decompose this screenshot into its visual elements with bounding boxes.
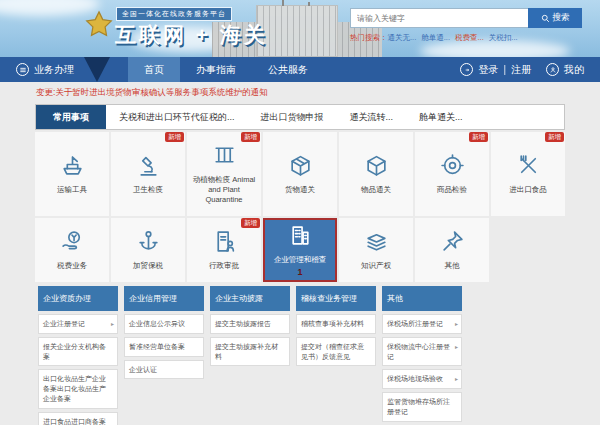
- new-badge: 新增: [241, 218, 260, 228]
- panel-link-label: 保税物流中心注册登记: [387, 343, 450, 360]
- panel-link[interactable]: 提交主动披露报告: [210, 314, 290, 334]
- site-header: 全国一体化在线政务服务平台 互联网 + 海关 搜索 热门搜索：通关无...舱单通…: [0, 0, 600, 57]
- microscope-icon: [136, 153, 161, 182]
- panel-header[interactable]: 企业主动披露: [210, 286, 290, 311]
- panel-link[interactable]: 进口食品进口商备案: [38, 412, 118, 425]
- tile-label: 其他: [445, 261, 460, 271]
- category-tab[interactable]: 关税和进出口环节代征税的...: [106, 111, 248, 124]
- new-badge: 新增: [469, 132, 488, 142]
- search-input[interactable]: [350, 8, 528, 28]
- hot-search-link[interactable]: 关税扣...: [489, 33, 518, 42]
- nav-tab-办事指南[interactable]: 办事指南: [180, 57, 252, 82]
- panel-link[interactable]: 提交主动披露补充材料: [210, 337, 290, 367]
- category-tab[interactable]: 通关流转...: [337, 111, 407, 124]
- platform-badge: 全国一体化在线政务服务平台: [116, 7, 232, 21]
- panel-header[interactable]: 企业信用管理: [124, 286, 204, 311]
- service-tile[interactable]: 货物通关: [263, 132, 337, 216]
- panel-link[interactable]: 企业注册登记▸: [38, 314, 118, 334]
- panel-link[interactable]: 保税物流中心注册登记▸: [382, 337, 462, 367]
- register-link[interactable]: 注册: [511, 63, 531, 77]
- panel-link-label: 稽核查事项补充材料: [301, 320, 364, 327]
- login-icon: [460, 63, 473, 76]
- category-tab[interactable]: 进出口货物申报: [248, 111, 337, 124]
- service-tile[interactable]: 税费业务: [35, 218, 109, 282]
- hot-search-label: 热门搜索：: [350, 33, 388, 42]
- panel-header[interactable]: 其他: [382, 286, 462, 311]
- service-tile[interactable]: 知识产权: [339, 218, 413, 282]
- panel-link-label: 暂准经营单位备案: [129, 343, 185, 350]
- inspection-eye-icon: [440, 153, 465, 182]
- service-icon-grid: 运输工具卫生检疫新增动植物检疫 Animal and Plant Quarant…: [35, 132, 565, 282]
- building-image: [282, 0, 284, 6]
- service-tile[interactable]: 卫生检疫新增: [111, 132, 185, 216]
- service-tile[interactable]: 企业管理和稽查1: [263, 218, 337, 282]
- search-icon: [541, 14, 550, 23]
- panel-link[interactable]: 企业信息公示异议: [124, 314, 204, 334]
- panel-link[interactable]: 企业认证: [124, 360, 204, 380]
- tile-label: 卫生检疫: [133, 185, 163, 195]
- business-menu-label: 业务办理: [34, 63, 74, 77]
- service-tile[interactable]: 进出口食品新增: [491, 132, 565, 216]
- service-tile[interactable]: 行政审批新增: [187, 218, 261, 282]
- panel-link[interactable]: 暂准经营单位备案: [124, 337, 204, 357]
- service-tile[interactable]: 运输工具: [35, 132, 109, 216]
- search-button[interactable]: 搜索: [528, 8, 582, 28]
- panel-link-label: 提交主动披露补充材料: [215, 343, 278, 360]
- link-panel: 企业资质办理企业注册登记▸报关企业分支机构备案出口化妆品生产企业备案出口化妆品生…: [38, 286, 118, 425]
- nav-tab-公共服务[interactable]: 公共服务: [252, 57, 324, 82]
- service-tile[interactable]: 商品检验新增: [415, 132, 489, 216]
- hot-search-link[interactable]: 税费查...: [455, 33, 484, 42]
- divider: |: [503, 64, 506, 75]
- panel-header[interactable]: 企业资质办理: [38, 286, 118, 311]
- category-tab-bar: 常用事项关税和进出口环节代征税的...进出口货物申报通关流转...舱单通关...: [35, 104, 565, 130]
- chevron-right-icon: ▸: [455, 375, 458, 383]
- site-title: 互联网 + 海关: [115, 21, 268, 49]
- hot-search-link[interactable]: 舱单通...: [421, 33, 450, 42]
- hot-search-link[interactable]: 通关无...: [388, 33, 417, 42]
- my-account-link[interactable]: 我的: [564, 63, 584, 77]
- maintenance-notice[interactable]: 变更:关于暂时进出境货物审核确认等服务事项系统维护的通知: [0, 82, 600, 102]
- building-image: [308, 2, 310, 6]
- panel-link[interactable]: 报关企业分支机构备案: [38, 337, 118, 367]
- link-panel: 企业主动披露提交主动披露报告提交主动披露补充材料: [210, 286, 290, 366]
- panel-link[interactable]: 稽核查事项补充材料: [296, 314, 376, 334]
- new-badge: 新增: [545, 132, 564, 142]
- tile-label: 税费业务: [57, 261, 87, 271]
- login-link[interactable]: 登录: [478, 63, 498, 77]
- panel-link-label: 提交对（稽查征求意见书）反馈意见: [301, 343, 364, 360]
- nav-tab-首页[interactable]: 首页: [128, 57, 180, 82]
- business-menu[interactable]: 业务办理: [0, 57, 84, 82]
- panel-link[interactable]: 出口化妆品生产企业备案出口化妆品生产企业备案: [38, 369, 118, 408]
- user-icon: [546, 63, 559, 76]
- panel-link-label: 进口食品进口商备案: [43, 418, 106, 425]
- nav-account-area: 登录 | 注册 我的: [460, 63, 600, 77]
- tile-label: 企业管理和稽查: [274, 255, 327, 265]
- panel-link[interactable]: 保税场所注册登记▸: [382, 314, 462, 334]
- tile-label: 货物通关: [285, 185, 315, 195]
- tile-label: 知识产权: [361, 261, 391, 271]
- panel-link-label: 企业注册登记: [43, 320, 85, 327]
- category-tab[interactable]: 舱单通关...: [406, 111, 476, 124]
- service-tile[interactable]: 加贸保税: [111, 218, 185, 282]
- link-panel: 企业信用管理企业信息公示异议暂准经营单位备案企业认证: [124, 286, 204, 379]
- books-icon: [364, 229, 389, 258]
- panel-link[interactable]: 保税场地现场验收▸: [382, 369, 462, 389]
- cube-icon: [364, 153, 389, 182]
- category-tab[interactable]: 常用事项: [36, 105, 106, 129]
- new-badge: 新增: [165, 132, 184, 142]
- service-link-panels: 企业资质办理企业注册登记▸报关企业分支机构备案出口化妆品生产企业备案出口化妆品生…: [38, 286, 600, 425]
- anchor-icon: [136, 229, 161, 258]
- panel-link-label: 企业信息公示异议: [129, 320, 185, 327]
- new-badge: 新增: [241, 132, 260, 142]
- panel-header[interactable]: 稽核查业务管理: [296, 286, 376, 311]
- panel-link-label: 企业认证: [129, 366, 157, 373]
- service-tile[interactable]: 动植物检疫 Animal and Plant Quarantine新增: [187, 132, 261, 216]
- chevron-right-icon: ▸: [111, 320, 114, 328]
- panel-link-label: 保税场地现场验收: [387, 375, 443, 382]
- panel-link-label: 报关企业分支机构备案: [43, 343, 106, 360]
- building-image: [256, 5, 338, 57]
- service-tile[interactable]: 物品通关: [339, 132, 413, 216]
- panel-link[interactable]: 监管货物堆存场所注册登记: [382, 392, 462, 422]
- service-tile[interactable]: 其他: [415, 218, 489, 282]
- panel-link[interactable]: 提交对（稽查征求意见书）反馈意见: [296, 337, 376, 367]
